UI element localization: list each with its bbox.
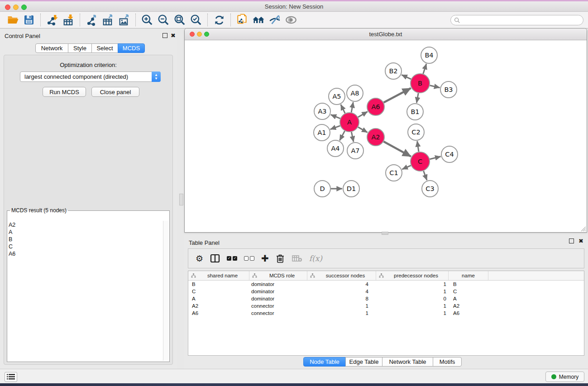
zoom-selected-button[interactable] bbox=[188, 13, 204, 27]
search-input[interactable] bbox=[460, 15, 583, 25]
mcds-result-item[interactable]: A6 bbox=[9, 250, 163, 257]
graph-edge-B-B1[interactable] bbox=[416, 93, 418, 103]
mcds-scrollbar[interactable] bbox=[163, 221, 168, 361]
export-network-button[interactable] bbox=[83, 13, 100, 27]
horizontal-splitter-grip[interactable] bbox=[382, 232, 388, 235]
zoom-in-button[interactable] bbox=[139, 13, 155, 27]
graph-node-B[interactable]: B bbox=[411, 74, 430, 93]
mcds-result-item[interactable]: A2 bbox=[9, 221, 163, 229]
graph-node-C[interactable]: C bbox=[411, 152, 430, 171]
float-panel-icon[interactable] bbox=[569, 238, 574, 243]
graph-node-A3[interactable]: A3 bbox=[314, 103, 330, 119]
graph-edge-C-C4[interactable] bbox=[430, 157, 440, 159]
column-header-shared-name[interactable]: shared name bbox=[188, 271, 249, 280]
graph-node-B4[interactable]: B4 bbox=[421, 47, 437, 63]
table-row[interactable]: A2connector11A2 bbox=[188, 302, 584, 310]
graph-node-C3[interactable]: C3 bbox=[422, 181, 438, 197]
graph-edge-A-A2[interactable] bbox=[358, 127, 368, 133]
graph-edge-A-A5[interactable] bbox=[341, 105, 345, 113]
graph-node-A7[interactable]: A7 bbox=[347, 143, 363, 159]
import-network-button[interactable] bbox=[44, 13, 60, 27]
mcds-result-item[interactable]: C bbox=[9, 243, 163, 250]
graph-node-C1[interactable]: C1 bbox=[386, 165, 402, 181]
delete-table-button[interactable] bbox=[292, 254, 302, 262]
graph-edge-C-C1[interactable] bbox=[402, 166, 411, 169]
graph-edge-B-B4[interactable] bbox=[423, 64, 426, 74]
graph-edge-C-C2[interactable] bbox=[417, 141, 419, 152]
graph-node-C4[interactable]: C4 bbox=[441, 146, 458, 162]
graph-edge-A-A3[interactable] bbox=[331, 114, 340, 118]
graph-node-A[interactable]: A bbox=[340, 113, 359, 132]
open-session-button[interactable] bbox=[5, 13, 21, 27]
graph-edge-B-B2[interactable] bbox=[402, 75, 411, 79]
graph-node-A4[interactable]: A4 bbox=[327, 140, 344, 157]
function-builder-button[interactable]: f(x) bbox=[309, 254, 322, 263]
table-row[interactable]: Cdominator41C bbox=[188, 288, 584, 295]
criterion-select[interactable]: largest connected component (directed) ▲… bbox=[20, 71, 161, 82]
column-header-successor-nodes[interactable]: successor nodes bbox=[307, 271, 376, 280]
resize-grip-icon[interactable] bbox=[580, 225, 586, 232]
close-panel-icon[interactable]: ✖ bbox=[578, 238, 583, 243]
close-panel-button[interactable]: Close panel bbox=[91, 87, 139, 97]
table-settings-gear-icon[interactable]: ⚙ bbox=[196, 253, 203, 263]
graph-node-A6[interactable]: A6 bbox=[367, 98, 384, 115]
graph-edge-A-A8[interactable] bbox=[351, 102, 353, 113]
table-row[interactable]: Adominator80A bbox=[188, 295, 584, 302]
graph-node-B2[interactable]: B2 bbox=[385, 63, 402, 79]
mcds-result-item[interactable]: B bbox=[9, 236, 163, 243]
network-canvas[interactable]: AA1A2A3A4A5A6A7A8BB1B2B3B4CC1C2C3C4DD1 bbox=[185, 40, 587, 232]
tab-node-table[interactable]: Node Table bbox=[303, 357, 346, 367]
tab-style[interactable]: Style bbox=[68, 43, 92, 53]
graph-edge-A-A7[interactable] bbox=[351, 132, 354, 142]
tab-select[interactable]: Select bbox=[91, 43, 118, 53]
delete-column-button[interactable] bbox=[276, 253, 285, 263]
close-panel-icon[interactable]: ✖ bbox=[171, 33, 176, 38]
tab-motifs[interactable]: Motifs bbox=[433, 357, 462, 367]
column-header-name[interactable]: name bbox=[449, 271, 488, 280]
graph-edge-A-A4[interactable] bbox=[339, 131, 344, 140]
network-window-titlebar[interactable]: testGlobe.txt bbox=[185, 29, 587, 40]
import-table-button[interactable] bbox=[60, 13, 76, 27]
duplicate-network-button[interactable] bbox=[234, 13, 250, 27]
graph-edge-B-B3[interactable] bbox=[430, 86, 440, 88]
graph-edge-A6-B[interactable] bbox=[384, 88, 411, 103]
zoom-out-button[interactable] bbox=[155, 13, 172, 27]
graph-node-A2[interactable]: A2 bbox=[367, 129, 384, 146]
unselect-all-columns-button[interactable] bbox=[244, 256, 254, 261]
export-table-button[interactable] bbox=[100, 13, 116, 27]
graph-node-B1[interactable]: B1 bbox=[407, 104, 423, 120]
mcds-result-item[interactable]: A bbox=[9, 229, 163, 236]
task-history-button[interactable] bbox=[5, 372, 17, 382]
graph-node-B3[interactable]: B3 bbox=[440, 81, 457, 98]
select-all-columns-button[interactable]: ✓ ✓ bbox=[227, 256, 237, 261]
graph-node-A8[interactable]: A8 bbox=[347, 85, 363, 101]
show-hide-button[interactable] bbox=[283, 13, 299, 27]
tab-edge-table[interactable]: Edge Table bbox=[345, 357, 382, 367]
export-image-button[interactable] bbox=[116, 13, 132, 27]
show-column-panel-button[interactable] bbox=[210, 254, 220, 263]
table-row[interactable]: Bdominator41B bbox=[188, 281, 584, 288]
tab-network[interactable]: Network bbox=[35, 43, 68, 53]
hide-graphics-details-button[interactable] bbox=[267, 13, 283, 27]
table-row[interactable]: A6connector11A6 bbox=[188, 310, 584, 317]
memory-button[interactable]: Memory bbox=[545, 372, 584, 382]
graph-edge-A2-C[interactable] bbox=[384, 142, 411, 157]
graph-node-A1[interactable]: A1 bbox=[314, 124, 330, 141]
add-column-button[interactable]: ✚ bbox=[261, 253, 269, 264]
tab-network-table[interactable]: Network Table bbox=[382, 357, 433, 367]
column-header-predecessor-nodes[interactable]: predecessor nodes bbox=[376, 271, 449, 280]
column-header-mcds-role[interactable]: MCDS role bbox=[249, 271, 307, 280]
graph-node-C2[interactable]: C2 bbox=[408, 124, 424, 140]
graph-node-D[interactable]: D bbox=[314, 181, 330, 197]
graph-edge-C-C3[interactable] bbox=[424, 171, 427, 181]
float-panel-icon[interactable] bbox=[163, 33, 167, 38]
graph-edge-A-A1[interactable] bbox=[330, 126, 340, 129]
zoom-fit-button[interactable] bbox=[172, 13, 188, 27]
refresh-view-button[interactable] bbox=[211, 13, 227, 27]
graph-node-D1[interactable]: D1 bbox=[343, 181, 359, 197]
search-field[interactable] bbox=[450, 15, 583, 25]
graph-node-A5[interactable]: A5 bbox=[329, 88, 345, 105]
main-titlebar[interactable]: Session: New Session bbox=[0, 1, 588, 12]
vertical-splitter-grip[interactable] bbox=[179, 194, 183, 205]
run-mcds-button[interactable]: Run MCDS bbox=[43, 87, 86, 97]
